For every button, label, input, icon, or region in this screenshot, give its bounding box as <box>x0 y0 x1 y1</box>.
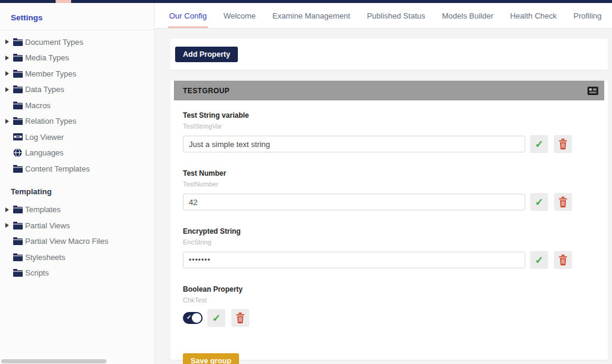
tab-label: Welcome <box>224 11 256 20</box>
trash-icon <box>558 139 568 149</box>
field-encstring: Encrypted String EncString ✓ <box>183 227 608 269</box>
tab-health-check[interactable]: Health Check <box>510 3 556 28</box>
sidebar-item-label: Log Viewer <box>25 133 64 142</box>
field-chktest: Boolean Property ChkTest ✓ ✓ <box>183 285 608 327</box>
box-icon <box>13 133 25 140</box>
section-title-settings: Settings <box>11 13 154 22</box>
sidebar-item-macros[interactable]: Macros <box>0 97 154 114</box>
input-teststringvar[interactable] <box>183 136 525 152</box>
sidebar-item-member-types[interactable]: Member Types <box>0 66 154 82</box>
templating-tree: Templates Partial Views Partial View Mac… <box>0 202 154 282</box>
folder-icon <box>13 222 25 230</box>
tab-label: Profiling <box>574 11 602 20</box>
sidebar-item-label: Data Types <box>25 85 65 94</box>
sidebar-item-label: Templates <box>25 205 60 214</box>
sidebar-item-scripts[interactable]: Scripts <box>0 265 154 282</box>
sidebar-item-partial-view-macro-files[interactable]: Partial View Macro Files <box>0 234 154 250</box>
horizontal-scrollbar-thumb[interactable] <box>1 359 106 363</box>
tab-published-status[interactable]: Published Status <box>367 3 426 28</box>
sidebar-item-label: Partial Views <box>25 221 70 230</box>
input-testnumber[interactable] <box>183 194 525 210</box>
tab-examine-management[interactable]: Examine Management <box>273 3 350 28</box>
property-label: Test String variable <box>183 111 608 120</box>
sidebar-item-label: Macros <box>25 101 51 110</box>
sidebar-item-media-types[interactable]: Media Types <box>0 50 154 66</box>
tab-models-builder[interactable]: Models Builder <box>442 3 493 28</box>
tab-label: Models Builder <box>442 11 493 20</box>
approve-button[interactable]: ✓ <box>530 251 548 269</box>
property-label: Encrypted String <box>183 227 608 235</box>
property-label: Test Number <box>183 169 608 178</box>
save-group-button[interactable]: Save group <box>183 353 239 364</box>
sidebar-item-label: Content Templates <box>25 164 90 173</box>
caret-icon[interactable] <box>4 71 13 76</box>
tab-label: Examine Management <box>273 11 350 20</box>
delete-button[interactable] <box>554 193 572 211</box>
toggle-chktest[interactable]: ✓ <box>183 312 203 324</box>
property-alias: TestStringVar <box>183 123 608 130</box>
sidebar-item-data-types[interactable]: Data Types <box>0 82 154 98</box>
field-teststringvar: Test String variable TestStringVar ✓ <box>183 111 608 153</box>
delete-button[interactable] <box>554 251 572 269</box>
sidebar-item-document-types[interactable]: Document Types <box>0 34 154 50</box>
approve-button[interactable]: ✓ <box>530 135 548 153</box>
sidebar-item-label: Partial View Macro Files <box>25 237 108 246</box>
folder-icon <box>13 253 25 261</box>
tab-label: Our Config <box>169 11 207 20</box>
property-alias: EncString <box>183 238 608 246</box>
check-icon: ✓ <box>535 255 543 265</box>
sidebar-item-stylesheets[interactable]: Stylesheets <box>0 249 154 265</box>
folder-icon <box>13 269 25 277</box>
sidebar-item-content-templates[interactable]: Content Templates <box>0 161 154 177</box>
section-title-templating: Templating <box>11 187 154 196</box>
sidebar-divider <box>0 30 154 30</box>
property-group-card: TESTGROUP Test String variable TestStrin… <box>170 81 608 360</box>
sidebar-item-label: Media Types <box>25 53 69 62</box>
sidebar-item-label: Member Types <box>25 69 76 78</box>
caret-icon[interactable] <box>4 223 13 228</box>
sidebar: Settings Document Types Media Types Memb… <box>0 3 155 364</box>
sidebar-item-relation-types[interactable]: Relation Types <box>0 114 154 130</box>
caret-icon[interactable] <box>4 119 13 124</box>
property-alias: ChkTest <box>183 296 608 304</box>
group-header[interactable]: TESTGROUP <box>174 81 604 100</box>
folder-icon <box>13 54 25 62</box>
caret-icon[interactable] <box>4 207 13 212</box>
tab-profiling[interactable]: Profiling <box>574 3 602 28</box>
property-editor-row: ✓ <box>183 193 608 211</box>
tab-label: Published Status <box>367 11 426 20</box>
tab-our-config[interactable]: Our Config <box>169 3 207 28</box>
caret-icon[interactable] <box>4 39 13 44</box>
sidebar-item-log-viewer[interactable]: Log Viewer <box>0 129 154 145</box>
sidebar-item-partial-views[interactable]: Partial Views <box>0 218 154 234</box>
property-label: Boolean Property <box>183 285 608 293</box>
property-editor-row: ✓ <box>183 251 608 269</box>
folder-icon <box>13 206 25 213</box>
add-property-button[interactable]: Add Property <box>175 47 238 62</box>
approve-button[interactable]: ✓ <box>207 309 225 327</box>
property-alias: TestNumber <box>183 181 608 188</box>
folder-icon <box>13 102 25 109</box>
settings-tree: Document Types Media Types Member Types … <box>0 34 154 177</box>
tab-bar: Our Config Welcome Examine Management Pu… <box>155 3 612 29</box>
trash-icon <box>558 197 568 207</box>
trash-icon <box>558 255 568 265</box>
tab-welcome[interactable]: Welcome <box>224 3 256 28</box>
sidebar-item-languages[interactable]: Languages <box>0 145 154 161</box>
sidebar-item-label: Document Types <box>25 38 83 47</box>
delete-button[interactable] <box>231 309 249 327</box>
property-editor-row: ✓ <box>183 135 608 153</box>
check-icon: ✓ <box>535 197 543 207</box>
keyboard-icon[interactable] <box>587 87 598 95</box>
tabs-strip: Our Config Welcome Examine Management Pu… <box>155 3 612 28</box>
input-encstring[interactable] <box>183 252 525 268</box>
caret-icon[interactable] <box>4 87 13 92</box>
caret-icon[interactable] <box>4 56 13 60</box>
delete-button[interactable] <box>554 135 572 153</box>
approve-button[interactable]: ✓ <box>530 193 548 211</box>
folder-icon <box>13 38 25 46</box>
main-content: Add Property TESTGROUP Test String varia… <box>155 29 612 364</box>
sidebar-item-templates[interactable]: Templates <box>0 202 154 218</box>
check-icon: ✓ <box>212 313 221 323</box>
globe-icon <box>13 148 25 157</box>
